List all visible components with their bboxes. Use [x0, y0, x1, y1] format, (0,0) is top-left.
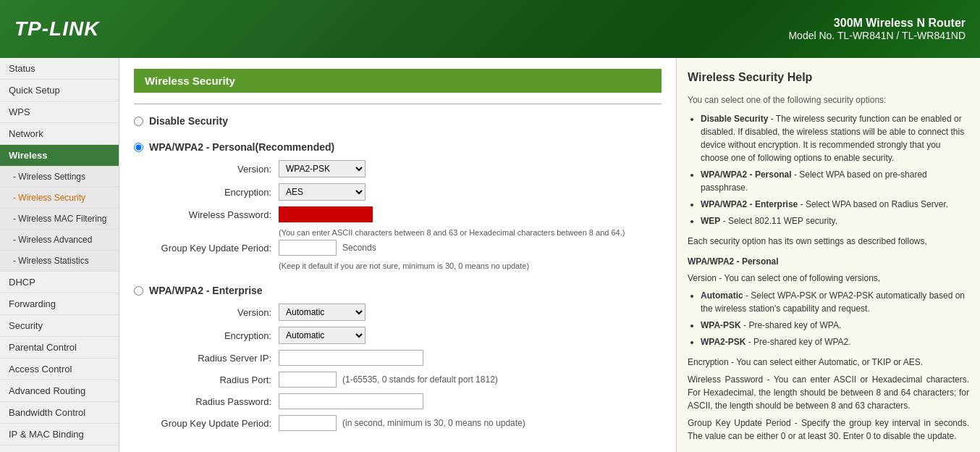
disable-security-label[interactable]: Disable Security [134, 115, 662, 127]
main-layout: Status Quick Setup WPS Network Wireless … [0, 58, 980, 452]
sidebar-item-bandwidth-control[interactable]: Bandwidth Control [0, 402, 119, 424]
help-option-wpa-personal: WPA/WPA2 - Personal - Select WPA based o… [701, 168, 969, 194]
wpa-personal-encryption-label: Encryption: [156, 187, 279, 198]
model-number: Model No. TL-WR841N / TL-WR841ND [788, 30, 966, 41]
wpa-enterprise-encryption-row: Encryption: Automatic TKIP AES [134, 327, 662, 344]
help-each-option-text: Each security option has its own setting… [688, 235, 969, 248]
wpa-personal-version-select[interactable]: Automatic WPA-PSK WPA2-PSK [279, 160, 366, 177]
wpa-enterprise-version-select[interactable]: Automatic WPA WPA2 [279, 304, 366, 321]
wpa-enterprise-option: WPA/WPA2 - Enterprise Version: Automatic… [134, 285, 662, 431]
sidebar-item-quick-setup[interactable]: Quick Setup [0, 80, 119, 101]
wpa-personal-group-key-row: Group Key Update Period: 0 Seconds [134, 240, 662, 256]
wpa-enterprise-radius-port-label: Radius Port: [156, 374, 279, 385]
wpa-enterprise-radius-password-row: Radius Password: [134, 393, 662, 409]
wpa-personal-group-key-hint-text: (Keep it default if you are not sure, mi… [279, 261, 529, 270]
wpa-enterprise-group-key-hint: (in second, minimum is 30, 0 means no up… [342, 418, 525, 428]
help-version-wpa-psk: WPA-PSK - Pre-shared key of WPA. [701, 319, 969, 332]
sidebar-item-dhcp[interactable]: DHCP [0, 272, 119, 293]
wpa-enterprise-label[interactable]: WPA/WPA2 - Enterprise [134, 285, 662, 296]
disable-security-text: Disable Security [149, 115, 228, 127]
help-intro: You can select one of the following secu… [688, 93, 969, 106]
wpa-enterprise-radius-server-row: Radius Server IP: [134, 350, 662, 366]
sidebar-item-wireless-advanced[interactable]: - Wireless Advanced [0, 230, 119, 251]
sidebar-item-wps[interactable]: WPS [0, 101, 119, 123]
wpa-personal-version-row: Version: Automatic WPA-PSK WPA2-PSK [134, 160, 662, 177]
help-version-automatic: Automatic - Select WPA-PSK or WPA2-PSK a… [701, 289, 969, 315]
wpa-personal-label[interactable]: WPA/WPA2 - Personal(Recommended) [134, 141, 662, 153]
sidebar-item-status[interactable]: Status [0, 58, 119, 80]
wpa-enterprise-encryption-label: Encryption: [156, 330, 279, 341]
disable-security-option: Disable Security [134, 115, 662, 127]
wpa-personal-version-label: Version: [156, 164, 279, 175]
wpa-enterprise-encryption-select[interactable]: Automatic TKIP AES [279, 327, 366, 344]
wpa-personal-password-hint-text: (You can enter ASCII characters between … [279, 228, 625, 237]
wpa-personal-group-key-hint: (Keep it default if you are not sure, mi… [134, 261, 662, 270]
sidebar-item-parental-control[interactable]: Parental Control [0, 337, 119, 359]
logo: TP-LINK [14, 17, 99, 41]
wpa-personal-text: WPA/WPA2 - Personal(Recommended) [149, 141, 334, 153]
help-version-wpa2-psk: WPA2-PSK - Pre-shared key of WPA2. [701, 335, 969, 348]
help-option-wep: WEP - Select 802.11 WEP security. [701, 214, 969, 227]
wpa-enterprise-version-row: Version: Automatic WPA WPA2 [134, 304, 662, 321]
help-title: Wireless Security Help [688, 69, 969, 86]
model-name: 300M Wireless N Router [788, 17, 966, 30]
sidebar-item-advanced-routing[interactable]: Advanced Routing [0, 380, 119, 402]
help-version-help: Version - You can select one of followin… [688, 272, 969, 285]
header: TP-LINK 300M Wireless N Router Model No.… [0, 0, 980, 58]
wpa-personal-password-field[interactable] [279, 206, 373, 222]
help-password-help: Wireless Password - You can enter ASCII … [688, 373, 969, 412]
sidebar-item-wireless[interactable]: Wireless [0, 145, 119, 167]
help-version-list: Automatic - Select WPA-PSK or WPA2-PSK a… [688, 289, 969, 348]
help-panel: Wireless Security Help You can select on… [676, 58, 980, 452]
sidebar-item-dynamic-dns[interactable]: Dynamic DNS [0, 445, 119, 452]
wpa-personal-radio[interactable] [134, 143, 143, 152]
sidebar-item-access-control[interactable]: Access Control [0, 359, 119, 380]
wpa-enterprise-group-key-label: Group Key Update Period: [156, 418, 279, 429]
wpa-personal-group-key-unit: Seconds [342, 243, 376, 253]
wpa-enterprise-group-key-row: Group Key Update Period: 0 (in second, m… [134, 415, 662, 431]
wpa-personal-password-label: Wireless Password: [156, 209, 279, 220]
wpa-personal-encryption-select[interactable]: Automatic TKIP AES [279, 183, 366, 201]
wpa-personal-password-row: Wireless Password: [134, 206, 662, 222]
sidebar-item-wireless-statistics[interactable]: - Wireless Statistics [0, 251, 119, 272]
header-model-info: 300M Wireless N Router Model No. TL-WR84… [788, 17, 966, 41]
wpa-enterprise-radius-password-label: Radius Password: [156, 396, 279, 407]
sidebar-item-wireless-mac-filtering[interactable]: - Wireless MAC Filtering [0, 209, 119, 230]
help-group-key-help: Group Key Update Period - Specify the gr… [688, 417, 969, 443]
wpa-enterprise-version-label: Version: [156, 307, 279, 318]
divider [134, 104, 662, 104]
wpa-personal-group-key-input[interactable]: 0 [279, 240, 337, 256]
wpa-enterprise-radio[interactable] [134, 286, 143, 296]
sidebar-item-ip-mac-binding[interactable]: IP & MAC Binding [0, 424, 119, 445]
wpa-personal-group-key-label: Group Key Update Period: [156, 243, 279, 254]
help-option-disable: Disable Security - The wireless security… [701, 112, 969, 164]
sidebar-item-wireless-settings[interactable]: - Wireless Settings [0, 167, 119, 188]
wpa-enterprise-group-key-input[interactable]: 0 [279, 415, 337, 431]
wpa-enterprise-radius-port-hint: (1-65535, 0 stands for default port 1812… [342, 374, 498, 385]
sidebar-item-network[interactable]: Network [0, 123, 119, 145]
wpa-personal-option: WPA/WPA2 - Personal(Recommended) Version… [134, 141, 662, 270]
help-encryption-help: Encryption - You can select either Autom… [688, 356, 969, 369]
sidebar-item-wireless-security[interactable]: - Wireless Security [0, 188, 119, 209]
help-wpa-personal-title: WPA/WPA2 - Personal [688, 255, 969, 268]
sidebar-item-forwarding[interactable]: Forwarding [0, 293, 119, 315]
help-option-wpa-enterprise: WPA/WPA2 - Enterprise - Select WPA based… [701, 198, 969, 211]
wpa-enterprise-radius-password-input[interactable] [279, 393, 423, 409]
disable-security-radio[interactable] [134, 117, 143, 126]
sidebar: Status Quick Setup WPS Network Wireless … [0, 58, 119, 452]
wpa-enterprise-radius-server-label: Radius Server IP: [156, 353, 279, 364]
wpa-enterprise-radius-server-input[interactable] [279, 350, 423, 366]
sidebar-item-security[interactable]: Security [0, 315, 119, 337]
content-area: Wireless Security Disable Security WPA/W… [119, 58, 676, 452]
wpa-enterprise-radius-port-row: Radius Port: 1812 (1-65535, 0 stands for… [134, 372, 662, 388]
section-title: Wireless Security [134, 69, 662, 93]
wpa-personal-encryption-row: Encryption: Automatic TKIP AES [134, 183, 662, 201]
help-options-list: Disable Security - The wireless security… [688, 112, 969, 227]
wpa-personal-password-hint: (You can enter ASCII characters between … [134, 228, 662, 237]
wpa-enterprise-radius-port-input[interactable]: 1812 [279, 372, 337, 388]
wpa-enterprise-text: WPA/WPA2 - Enterprise [149, 285, 263, 296]
